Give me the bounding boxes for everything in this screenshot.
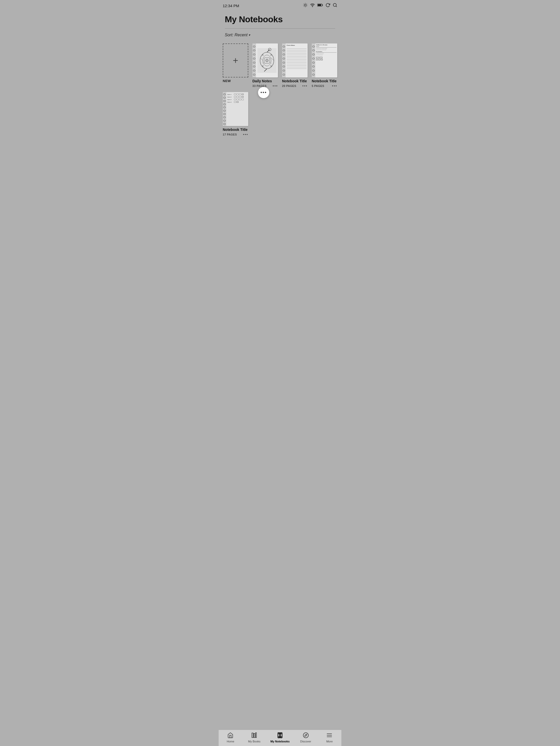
sketch-mechanical-svg [256,44,278,78]
svg-line-4 [307,6,307,7]
svg-rect-12 [318,4,321,6]
svg-marker-42 [305,734,307,736]
svg-point-27 [262,65,263,66]
header-divider [225,28,335,29]
notebook-2-menu[interactable]: ••• [302,84,308,88]
new-notebook-item[interactable]: + NEW [223,44,248,88]
svg-point-22 [266,59,269,62]
page-header: My Notebooks [219,11,341,26]
daily-notes-title: Daily Notes [252,79,278,83]
nav-my-books-label: My Books [248,740,260,743]
notebook-2-item[interactable]: Form Ideas [282,44,308,88]
notebook-3-cover: Toolkits 1.6 - UX review Scenario: Lorem… [312,44,337,78]
home-icon [227,732,233,739]
svg-point-26 [271,54,272,55]
nav-home-label: Home [227,740,234,743]
daily-notes-menu[interactable]: ••• [273,84,278,88]
notebook-2-info: Notebook Title 20 PAGES ••• [282,79,308,88]
status-time: 12:34 PM [223,4,239,8]
chevron-down-icon: ▾ [249,33,250,37]
page-title: My Notebooks [225,14,335,24]
status-bar: 12:34 PM [219,0,341,11]
notebook-3-item[interactable]: Toolkits 1.6 - UX review Scenario: Lorem… [312,44,337,88]
svg-rect-11 [322,5,323,6]
new-notebook-cover: + [223,44,248,78]
nav-discover-label: Discover [300,740,311,743]
nav-more[interactable]: More [322,732,337,743]
books-icon [251,732,257,739]
notebook-4-menu[interactable]: ••• [243,133,248,137]
notebook-4-cover: Option 1 Option 2 [223,92,248,126]
svg-line-7 [304,6,304,7]
notebook-4-content: Option 1 Option 2 [226,92,248,105]
plus-icon: + [233,56,238,65]
notebook-3-info: Notebook Title 5 PAGES ••• [312,79,337,88]
notebook-2-pages: 20 PAGES [282,84,296,87]
notebook-2-lines [286,47,308,71]
svg-point-9 [312,6,313,7]
notebook-4-title: Notebook Title [223,127,248,132]
svg-point-28 [271,65,272,66]
notebook-3-menu[interactable]: ••• [332,84,337,88]
spiral-binding [252,44,256,78]
sort-button[interactable]: Sort: Recent ▾ [225,33,250,37]
notebook-3-title: Notebook Title [312,79,337,83]
daily-notes-cover [252,44,278,78]
svg-point-0 [304,4,306,6]
notebook-2-top-text: Form Ideas [286,44,308,47]
svg-rect-32 [252,733,253,738]
floating-more-button[interactable]: ••• [258,87,269,98]
spiral-binding-2 [282,44,286,78]
bottom-nav: Home My Books My Notebooks [219,729,341,746]
notebook-4-pages: 17 PAGES [223,133,237,136]
notebook-grid-row2: Option 1 Option 2 [219,92,341,157]
notebook-2-title: Notebook Title [282,79,308,83]
nav-home[interactable]: Home [223,732,238,743]
wifi-icon [310,3,315,8]
compass-icon [303,732,309,739]
sync-icon [326,3,330,8]
svg-rect-34 [255,733,256,738]
menu-icon [326,732,332,739]
brightness-icon [303,3,308,8]
svg-point-25 [262,54,263,55]
svg-line-14 [336,6,337,7]
daily-notes-item[interactable]: Daily Notes 33 PAGES ••• [252,44,278,88]
status-icons [303,3,337,8]
battery-icon [317,3,323,8]
notebook-4-info: Notebook Title 17 PAGES ••• [223,127,248,137]
notebook-2-cover: Form Ideas [282,44,308,78]
svg-rect-33 [254,734,255,738]
notebook-3-pages: 5 PAGES [312,84,324,87]
nav-discover[interactable]: Discover [298,732,313,743]
daily-notes-info: Daily Notes 33 PAGES ••• [252,79,278,88]
notebook-4-item[interactable]: Option 1 Option 2 [223,92,248,137]
svg-point-41 [303,733,308,738]
sort-row: Sort: Recent ▾ [219,31,341,41]
spiral-binding-4 [223,92,226,126]
spiral-binding-3 [312,44,315,78]
search-icon[interactable] [333,3,337,8]
nav-more-label: More [326,740,333,743]
nav-my-notebooks-label: My Notebooks [270,740,289,743]
nav-my-notebooks[interactable]: My Notebooks [270,732,289,743]
notebook-grid-row1: + NEW [219,41,341,92]
nav-my-books[interactable]: My Books [247,732,262,743]
notebooks-icon [277,732,283,739]
new-notebook-label: NEW [223,79,231,83]
